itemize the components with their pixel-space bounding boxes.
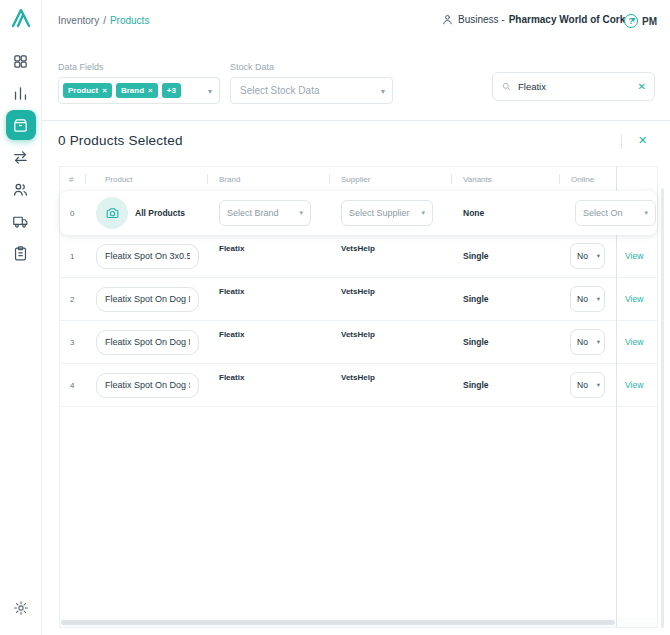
chip-brand[interactable]: Brand × [116,83,158,98]
sidebar [0,0,42,635]
chevron-down-icon: ▾ [208,86,212,95]
person-icon [441,13,454,26]
chevron-down-icon: ▾ [597,381,600,389]
bar-chart-icon [12,85,29,102]
chip-product[interactable]: Product × [63,83,112,98]
data-fields-multiselect[interactable]: Product × Brand × +3 ▾ [58,77,220,104]
sidebar-item-deliveries[interactable] [6,206,36,236]
breadcrumb-inventory[interactable]: Inventory [58,15,99,26]
online-cell: No ▾ [570,235,615,277]
chip-more-count[interactable]: +3 [162,83,181,98]
table-row: 1 Fleatix VetsHelp Single No ▾ View [60,235,657,278]
select-brand-placeholder: Select Brand [227,208,279,218]
transfer-arrows-icon [12,149,29,166]
search-input[interactable] [518,81,632,92]
data-fields-label: Data Fields [58,62,220,72]
variants-cell: Single [462,235,570,277]
select-online-dropdown[interactable]: Select On ▾ [575,200,656,226]
view-link[interactable]: View [625,380,643,390]
view-link[interactable]: View [625,294,643,304]
clear-search-icon[interactable]: ✕ [638,81,646,92]
business-selector[interactable]: Business - Pharmacy World of Cork ▾ [441,13,635,26]
grid-icon [12,53,29,70]
row-index: 4 [60,364,96,406]
clipboard-icon [12,245,29,262]
sidebar-item-tasks[interactable] [6,238,36,268]
online-value: No [577,294,588,304]
app-logo-icon [9,6,33,30]
column-header-product[interactable]: Product [96,175,218,184]
select-online-placeholder: Select On [583,208,623,218]
select-brand-dropdown[interactable]: Select Brand ▾ [219,200,311,226]
business-prefix: Business - [458,14,505,25]
chevron-down-icon: ▾ [597,295,600,303]
action-cell: View [615,364,657,406]
table-row: 4 Fleatix VetsHelp Single No ▾ View [60,364,657,407]
all-products-label: All Products [135,208,185,218]
breadcrumb-products[interactable]: Products [110,15,149,26]
products-selected-title: 0 Products Selected [58,133,183,148]
stock-data-select[interactable]: Select Stock Data ▾ [230,77,393,104]
sidebar-item-analytics[interactable] [6,78,36,108]
online-select[interactable]: No ▾ [570,243,605,269]
sidebar-item-inventory[interactable] [6,110,36,140]
product-name-input[interactable] [96,287,199,312]
row-index: 2 [60,278,96,320]
action-cell: View [615,235,657,277]
supplier-cell: VetsHelp [340,235,462,277]
online-cell: No ▾ [570,364,615,406]
vertical-scrollbar[interactable] [661,188,664,628]
sidebar-item-customers[interactable] [6,174,36,204]
topbar: Inventory / Products Business - Pharmacy… [42,0,670,44]
chevron-down-icon: ▾ [597,338,600,346]
select-supplier-dropdown[interactable]: Select Supplier ▾ [341,200,433,226]
online-value: No [577,380,588,390]
row-index: 1 [60,235,96,277]
data-fields-chips: Product × Brand × +3 [63,83,181,98]
box-icon [12,117,29,134]
horizontal-scrollbar[interactable] [61,620,615,625]
product-name-input[interactable] [96,330,199,355]
supplier-cell: VetsHelp [340,278,462,320]
view-link[interactable]: View [625,251,643,261]
action-cell: View [615,321,657,363]
chip-remove-icon[interactable]: × [148,86,153,95]
breadcrumb-separator: / [103,15,106,26]
search-icon [501,81,512,92]
camera-button[interactable] [96,197,128,229]
chevron-down-icon: ▾ [421,209,425,217]
chevron-down-icon: ▾ [381,86,385,95]
user-initials[interactable]: PM [642,16,657,27]
help-button[interactable]: ? [624,14,638,28]
close-selection-icon[interactable]: ✕ [638,134,647,147]
chip-remove-icon[interactable]: × [102,86,107,95]
product-cell [96,278,218,320]
variants-cell: Single [462,364,570,406]
sidebar-item-transfers[interactable] [6,142,36,172]
column-header-online[interactable]: Online [570,175,615,184]
column-header-variants[interactable]: Variants [462,175,570,184]
variants-cell: None [462,208,570,218]
online-select[interactable]: No ▾ [570,372,605,398]
column-header-index[interactable]: # [60,175,96,184]
product-name-input[interactable] [96,244,199,269]
chevron-down-icon: ▾ [597,252,600,260]
variants-cell: Single [462,278,570,320]
online-select[interactable]: No ▾ [570,286,605,312]
product-name-input[interactable] [96,373,199,398]
business-name: Pharmacy World of Cork [509,14,626,25]
products-table: # Product Brand Supplier Variants Online… [59,166,658,628]
online-select[interactable]: No ▾ [570,329,605,355]
sidebar-item-settings[interactable] [6,593,36,623]
chevron-down-icon: ▾ [299,209,303,217]
brand-cell: Fleatix [218,278,340,320]
column-header-supplier[interactable]: Supplier [340,175,462,184]
sidebar-item-dashboard[interactable] [6,46,36,76]
view-link[interactable]: View [625,337,643,347]
online-value: No [577,251,588,261]
brand-cell: Fleatix [218,364,340,406]
supplier-cell: VetsHelp [340,321,462,363]
stock-data-filter: Stock Data Select Stock Data ▾ [230,62,393,104]
product-cell [96,321,218,363]
column-header-brand[interactable]: Brand [218,175,340,184]
